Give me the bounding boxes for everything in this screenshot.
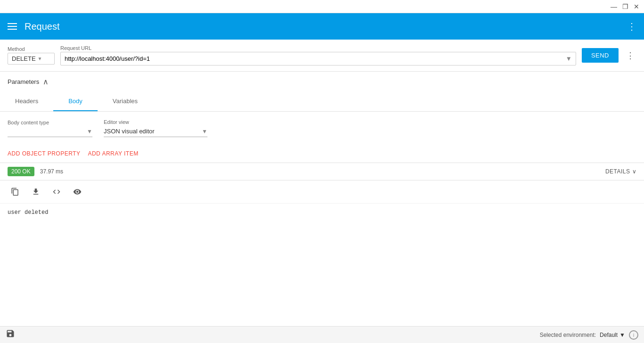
editor-view-group: Editor view JSON visual editor ▼ <box>104 119 207 137</box>
response-status-bar: 200 OK 37.97 ms DETAILS ∨ <box>0 163 644 180</box>
editor-view-select[interactable]: JSON visual editor ▼ <box>104 126 207 137</box>
method-dropdown-arrow: ▼ <box>38 56 42 61</box>
url-input[interactable] <box>61 52 562 65</box>
code-view-button[interactable] <box>49 184 64 199</box>
parameters-header[interactable]: Parameters ∧ <box>8 77 636 86</box>
editor-view-label: Editor view <box>104 119 207 125</box>
response-time: 37.97 ms <box>40 168 63 175</box>
title-bar: — ❐ ✕ <box>0 0 644 13</box>
editor-view-value: JSON visual editor <box>104 128 198 135</box>
url-dropdown-button[interactable]: ▼ <box>562 52 576 65</box>
method-select[interactable]: DELETE ▼ <box>8 53 55 65</box>
request-area: Method DELETE ▼ Request URL ▼ SEND ⋮ <box>0 40 644 72</box>
parameters-label: Parameters <box>8 78 39 85</box>
send-button[interactable]: SEND <box>582 48 619 63</box>
app-header: Request ⋮ <box>0 13 644 40</box>
header-more-icon[interactable]: ⋮ <box>627 21 636 32</box>
tab-variables[interactable]: Variables <box>98 92 153 111</box>
method-value: DELETE <box>12 55 36 62</box>
minimize-button[interactable]: — <box>610 3 618 10</box>
tab-body[interactable]: Body <box>53 92 98 111</box>
request-options-button[interactable]: ⋮ <box>624 49 636 63</box>
action-buttons: ADD OBJECT PROPERTY ADD ARRAY ITEM <box>0 145 644 163</box>
status-left: 200 OK 37.97 ms <box>8 167 63 176</box>
content-type-group: Body content type ▼ <box>8 120 92 137</box>
footer: Selected environment: Default ▼ i <box>0 326 644 343</box>
details-label: DETAILS <box>605 168 630 175</box>
method-group: Method DELETE ▼ <box>8 46 55 65</box>
copy-button[interactable] <box>8 184 23 199</box>
method-label: Method <box>8 46 55 52</box>
parameters-chevron-icon: ∧ <box>43 77 49 86</box>
url-group: Request URL ▼ <box>60 45 576 65</box>
details-button[interactable]: DETAILS ∨ <box>605 168 636 175</box>
maximize-button[interactable]: ❐ <box>621 3 629 10</box>
env-dropdown-arrow-icon: ▼ <box>619 332 625 338</box>
add-object-property-button[interactable]: ADD OBJECT PROPERTY <box>8 148 80 159</box>
info-icon[interactable]: i <box>629 330 638 340</box>
save-icon[interactable] <box>6 329 15 341</box>
body-options: Body content type ▼ Editor view JSON vis… <box>0 112 644 145</box>
parameters-section: Parameters ∧ <box>0 72 644 92</box>
env-select[interactable]: Default ▼ <box>600 332 625 338</box>
add-array-item-button[interactable]: ADD ARRAY ITEM <box>88 148 138 159</box>
content-type-arrow-icon: ▼ <box>87 128 92 135</box>
status-badge: 200 OK <box>8 167 34 176</box>
preview-button[interactable] <box>70 184 85 199</box>
editor-view-arrow-icon: ▼ <box>202 128 207 135</box>
menu-icon[interactable] <box>8 23 17 30</box>
response-toolbar <box>0 180 644 204</box>
content-type-select[interactable]: ▼ <box>8 126 92 137</box>
env-label: Selected environment: <box>540 332 596 338</box>
details-chevron-icon: ∨ <box>632 168 637 175</box>
footer-left <box>6 329 15 341</box>
close-button[interactable]: ✕ <box>633 3 640 10</box>
title-bar-controls: — ❐ ✕ <box>610 3 640 10</box>
url-label: Request URL <box>60 45 576 51</box>
app-title: Request <box>25 21 60 32</box>
url-input-row: ▼ <box>60 52 576 65</box>
footer-right: Selected environment: Default ▼ i <box>540 330 638 340</box>
content-type-label: Body content type <box>8 120 92 125</box>
tabs: Headers Body Variables <box>0 92 644 111</box>
tab-headers[interactable]: Headers <box>0 92 53 111</box>
download-button[interactable] <box>28 184 43 199</box>
tabs-container: Headers Body Variables <box>0 92 644 112</box>
header-left: Request <box>8 21 60 32</box>
response-body-content: user deleted <box>8 209 48 216</box>
env-value: Default <box>600 332 618 338</box>
response-body: user deleted <box>0 204 644 221</box>
